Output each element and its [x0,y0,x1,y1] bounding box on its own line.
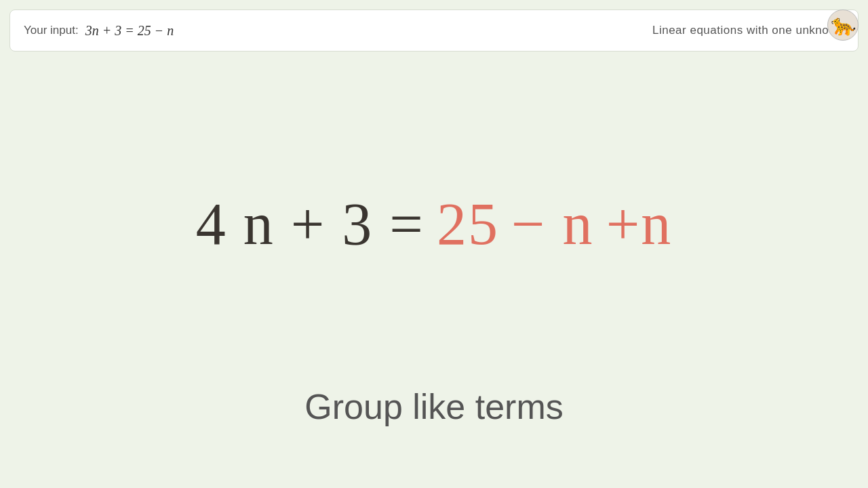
equation-right-minus-n: − n [511,190,594,258]
equation-display: 4 n + 3 = 25 − n +n [196,190,673,258]
equation-right-plus-n: +n [606,190,673,258]
instruction-text: Group like terms [304,386,563,427]
equation-right-25: 25 [437,190,499,258]
main-content: 4 n + 3 = 25 − n +n Group like terms [0,0,868,488]
equation-left: 4 n + 3 = [196,190,425,258]
